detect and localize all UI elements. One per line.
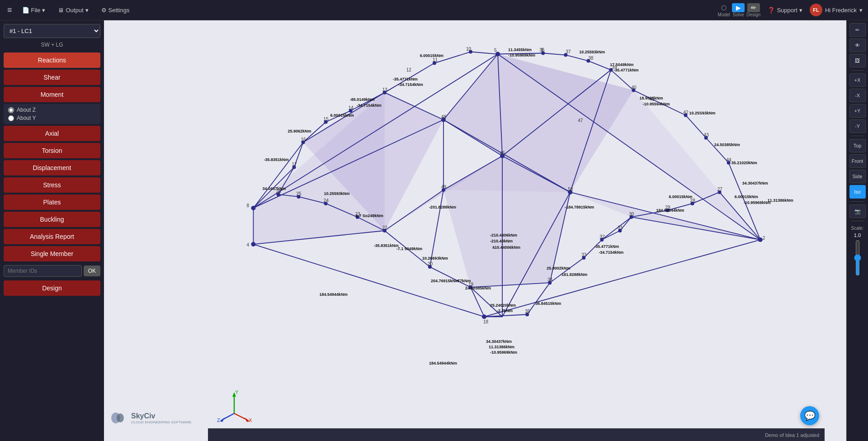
file-chevron: ▾ (42, 7, 45, 14)
about-z-radio[interactable]: About Z (8, 107, 96, 113)
skyciv-logo: SkyCiv CLOUD ENGINEERING SOFTWARE (110, 411, 192, 425)
nav-output[interactable]: 🖥 Output ▾ (53, 5, 93, 15)
canvas-area[interactable]: 8 4 5 2 18 11 10 9 36 37 38 39 16 13 12 … (104, 20, 846, 441)
mode-model[interactable]: ⬡ Model (717, 3, 730, 17)
svg-text:-85.0149kNm: -85.0149kNm (350, 97, 375, 102)
minus-y-view[interactable]: -Y (849, 119, 866, 133)
svg-text:X: X (249, 417, 252, 423)
svg-text:17.5049kNm: 17.5049kNm (610, 62, 633, 67)
chat-button[interactable]: 💬 (800, 406, 819, 425)
shear-button[interactable]: Shear (4, 70, 100, 85)
stress-button[interactable]: Stress (4, 177, 100, 193)
svg-text:-2.7kNm: -2.7kNm (497, 308, 513, 313)
support-chevron: ▾ (799, 7, 802, 14)
image-tool[interactable]: 🖼 (849, 54, 866, 67)
nav-settings[interactable]: ⚙ Settings (97, 5, 134, 15)
svg-text:-201.8288kNm: -201.8288kNm (429, 205, 456, 209)
minus-x-view[interactable]: -X (849, 89, 866, 102)
moment-radio-group: About Z About Y (4, 104, 100, 124)
buckling-button[interactable]: Buckling (4, 212, 100, 227)
svg-text:42: 42 (684, 110, 689, 115)
torsion-button[interactable]: Torsion (4, 143, 100, 158)
pencil-tool[interactable]: ✏ (849, 23, 866, 37)
svg-text:-210.40kNm: -210.40kNm (490, 239, 513, 243)
side-view[interactable]: Side (849, 170, 866, 183)
design-button[interactable]: Design (4, 280, 100, 296)
analysis-report-button[interactable]: Analysis Report (4, 229, 100, 244)
plus-x-view[interactable]: +X (849, 73, 866, 87)
displacement-button[interactable]: Displacement (4, 160, 100, 175)
svg-text:24.50385kNm: 24.50385kNm (465, 286, 491, 290)
ok-button[interactable]: OK (84, 266, 100, 276)
toolbar-divider-2 (851, 136, 864, 136)
toolbar-divider-1 (851, 70, 864, 71)
nav-file[interactable]: 📄 File ▾ (18, 5, 50, 15)
member-id-input[interactable] (4, 265, 82, 277)
structure-diagram: 8 4 5 2 18 11 10 9 36 37 38 39 16 13 12 … (104, 20, 846, 441)
top-view[interactable]: Top (849, 139, 866, 152)
svg-line-49 (430, 190, 443, 267)
member-id-row: OK (4, 265, 100, 277)
svg-text:10.26693kNm: 10.26693kNm (422, 256, 448, 261)
svg-text:5: 5 (494, 48, 497, 53)
svg-point-75 (251, 242, 255, 247)
svg-text:11.31386kNm: 11.31386kNm (489, 345, 514, 349)
nav-right: ⬡ Model ▶ Solve ✏ Design ❓ Support ▾ FL … (717, 3, 863, 17)
svg-text:-34.7154kNm: -34.7154kNm (599, 250, 623, 255)
svg-text:-35.8351kNm: -35.8351kNm (374, 243, 399, 248)
single-member-button[interactable]: Single Member (4, 246, 100, 261)
svg-text:43: 43 (704, 133, 709, 138)
svg-text:6.00015kNm: 6.00015kNm (330, 113, 354, 118)
svg-text:18.9535kNm: 18.9535kNm (639, 96, 663, 100)
front-view[interactable]: Front (849, 154, 866, 168)
support-button[interactable]: ❓ Support ▾ (768, 7, 802, 14)
output-icon: 🖥 (58, 7, 64, 14)
hamburger-menu[interactable]: ≡ (5, 4, 14, 17)
svg-text:11.3455kNm: 11.3455kNm (508, 47, 532, 52)
svg-line-28 (686, 115, 706, 138)
svg-text:24.50385kNm: 24.50385kNm (714, 142, 740, 147)
svg-text:44: 44 (726, 157, 732, 162)
svg-line-67 (527, 283, 550, 314)
design-icon: ✏ (747, 3, 760, 12)
combo-description: SW + LG (4, 41, 100, 49)
svg-text:11.31386kNm: 11.31386kNm (768, 198, 793, 203)
svg-marker-217 (220, 417, 225, 422)
moment-button[interactable]: Moment (4, 87, 100, 102)
plus-y-view[interactable]: +Y (849, 104, 866, 118)
iso-view[interactable]: Iso (849, 185, 866, 199)
svg-text:184.54944kNm: 184.54944kNm (320, 292, 348, 297)
about-y-radio[interactable]: About Y (8, 115, 96, 121)
svg-text:2: 2 (763, 236, 765, 241)
reactions-button[interactable]: Reactions (4, 52, 100, 68)
svg-point-78 (482, 314, 486, 319)
svg-text:25.24020kNm: 25.24020kNm (490, 303, 516, 308)
plates-button[interactable]: Plates (4, 194, 100, 210)
svg-text:36.84515kNm: 36.84515kNm (535, 301, 561, 306)
svg-text:34.0437kNm: 34.0437kNm (262, 186, 286, 191)
svg-text:184.54944kNm: 184.54944kNm (656, 208, 684, 213)
axial-button[interactable]: Axial (4, 126, 100, 141)
svg-text:17: 17 (292, 162, 297, 167)
scale-slider[interactable] (854, 240, 861, 276)
svg-line-15 (471, 52, 498, 54)
svg-text:35: 35 (525, 309, 530, 314)
svg-point-209 (117, 413, 124, 422)
svg-text:-77kNm: -77kNm (456, 279, 471, 283)
svg-point-74 (251, 206, 255, 210)
svg-text:24: 24 (324, 198, 329, 203)
svg-text:14: 14 (349, 105, 354, 110)
svg-text:34.30437kNm: 34.30437kNm (486, 339, 512, 344)
svg-text:11: 11 (433, 57, 438, 62)
mode-solve[interactable]: ▶ Solve (732, 3, 745, 17)
svg-text:6.00015kNm: 6.00015kNm (420, 53, 443, 58)
visibility-tool[interactable]: 👁 (849, 38, 866, 52)
screenshot-tool[interactable]: 📷 (849, 204, 866, 218)
svg-text:-1.7 So249kNm: -1.7 So249kNm (354, 213, 383, 218)
mode-design[interactable]: ✏ Design (746, 3, 760, 17)
top-navigation: ≡ 📄 File ▾ 🖥 Output ▾ ⚙ Settings ⬡ Model… (0, 0, 868, 20)
svg-text:-35.4771kNm: -35.4771kNm (393, 77, 418, 81)
load-combo-select[interactable]: #1 - LC1 (4, 24, 100, 38)
user-button[interactable]: FL Hi Frederick ▾ (810, 4, 863, 16)
svg-text:4: 4 (246, 242, 249, 247)
